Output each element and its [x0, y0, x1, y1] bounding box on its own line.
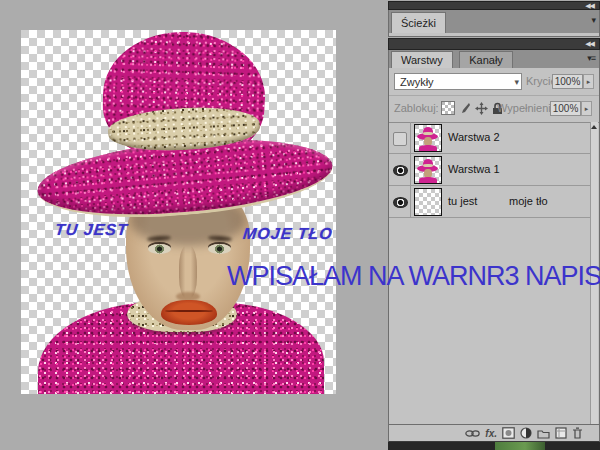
annotation-moje-tlo: MOJE TŁO	[242, 225, 334, 243]
visibility-toggle[interactable]	[389, 122, 411, 153]
desktop-strip	[388, 442, 600, 450]
link-layers-icon[interactable]	[465, 429, 480, 438]
fill-spinner[interactable]: ▸	[581, 101, 592, 116]
delete-layer-trash-icon[interactable]	[572, 427, 583, 439]
thumb-torso	[419, 145, 437, 151]
paths-tabstrip: Ścieżki ▾	[388, 10, 600, 33]
adjustment-layer-icon[interactable]	[520, 427, 532, 439]
lips	[161, 300, 217, 325]
layer-row-tu-jest[interactable]: tu jest moje tło	[389, 186, 592, 218]
layers-panel-header[interactable]: ◀◀	[388, 38, 600, 50]
nose	[179, 246, 197, 298]
opacity-value[interactable]: 100%	[552, 74, 583, 89]
layers-panel-body: Zwykły ▾ Krycie: 100% ▸ Zablokuj:	[388, 68, 600, 442]
layer-thumbnail-transparent[interactable]	[414, 188, 442, 216]
layer-list: Warstwa 2 Warstwa 1	[389, 122, 592, 218]
layers-toolbar: fx.	[388, 424, 600, 442]
lock-label: Zablokuj:	[394, 102, 439, 114]
annotation-tu-jest: TU JEST	[54, 221, 129, 239]
lip-line	[165, 310, 213, 312]
layer-name[interactable]: Warstwa 1	[448, 163, 500, 175]
thumb-torso	[419, 177, 437, 183]
layer-mask-icon[interactable]	[502, 427, 515, 439]
visibility-eye-icon	[393, 197, 408, 208]
thumb-band	[423, 132, 433, 135]
layers-panel-menu-icon[interactable]: ▾≡	[587, 53, 595, 63]
layer-row-warstwa-2[interactable]: Warstwa 2	[389, 122, 592, 154]
visibility-eye-icon	[393, 165, 408, 176]
lock-paint-brush-icon[interactable]	[459, 102, 471, 115]
left-eye	[148, 244, 171, 254]
paths-panel-header[interactable]: ◀◀	[388, 1, 600, 10]
lock-position-move-icon[interactable]	[475, 102, 488, 115]
fill-value[interactable]: 100%	[550, 101, 581, 116]
photoshop-workspace: TU JEST MOJE TŁO WPISAŁAM NA WARNR3 NAPI…	[0, 0, 600, 450]
layers-tabstrip: Warstwy Kanały ▾≡	[388, 50, 600, 68]
collapse-arrows-icon[interactable]: ◀◀	[585, 2, 594, 10]
paths-panel-body	[388, 33, 600, 37]
paths-panel-menu-icon[interactable]: ▾	[591, 15, 595, 25]
new-layer-icon[interactable]	[555, 427, 567, 439]
thumb-band	[423, 164, 433, 167]
tab-warstwy[interactable]: Warstwy	[391, 51, 453, 69]
blend-opacity-row: Zwykły ▾ Krycie: 100% ▸	[389, 68, 599, 96]
right-eye	[208, 244, 231, 254]
collapse-arrows-icon[interactable]: ◀◀	[585, 40, 594, 48]
layer-name[interactable]: tu jest	[448, 195, 477, 207]
lock-transparency-icon[interactable]	[441, 101, 455, 115]
visibility-toggle[interactable]	[389, 154, 411, 185]
panel-dock: ◀◀ Ścieżki ▾ ◀◀ Warstwy Kanały ▾≡ Zwykły…	[388, 0, 600, 450]
layer-style-fx-icon[interactable]: fx.	[485, 428, 497, 439]
tab-kanaly[interactable]: Kanały	[459, 51, 513, 69]
document-canvas[interactable]	[21, 30, 336, 394]
new-group-folder-icon[interactable]	[537, 428, 550, 439]
blend-mode-value: Zwykły	[400, 76, 434, 88]
scroll-up-icon[interactable]	[591, 125, 597, 129]
layer-thumbnail[interactable]	[414, 156, 442, 184]
visibility-toggle[interactable]	[389, 186, 411, 217]
chevron-down-icon: ▾	[514, 74, 519, 90]
layer-note: moje tło	[509, 195, 548, 207]
blend-mode-select[interactable]: Zwykły ▾	[394, 73, 522, 90]
annotation-big-caption: WPISAŁAM NA WARNR3 NAPIS	[227, 261, 600, 292]
tab-sciezki[interactable]: Ścieżki	[391, 12, 446, 33]
layer-thumbnail[interactable]	[414, 124, 442, 152]
layer-name[interactable]: Warstwa 2	[448, 131, 500, 143]
desktop-image-fragment	[495, 442, 545, 450]
lock-fill-row: Zablokuj: Wypełnienie: 100% ▸	[389, 96, 599, 123]
opacity-spinner[interactable]: ▸	[583, 74, 594, 89]
layer-row-warstwa-1[interactable]: Warstwa 1	[389, 154, 592, 186]
visibility-off-icon	[393, 132, 407, 146]
